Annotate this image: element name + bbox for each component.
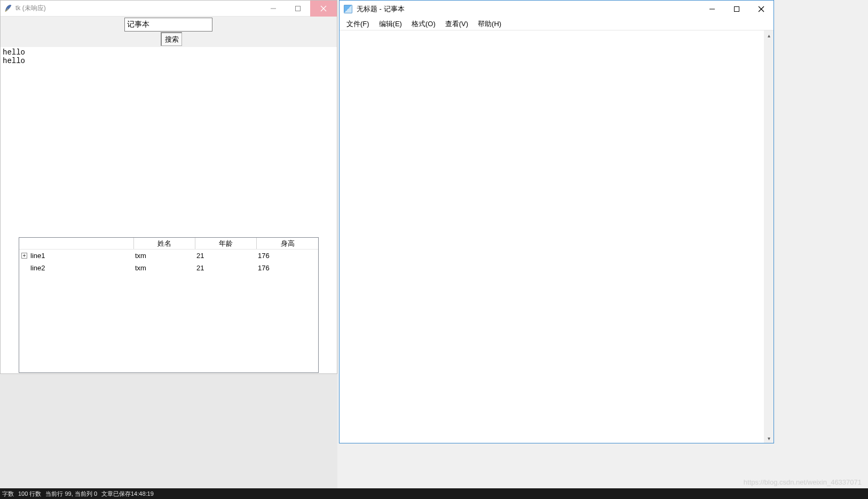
menu-view[interactable]: 查看(V) bbox=[440, 18, 473, 30]
editor-status-bar: 字数 100 行数 当前行 99, 当前列 0 文章已保存14:48:19 bbox=[0, 488, 868, 499]
treeview-header: 姓名 年龄 身高 bbox=[19, 238, 318, 250]
tree-item-label: +line1 bbox=[19, 252, 134, 260]
cell-age: 21 bbox=[195, 252, 257, 260]
treeview-body: +line1txm21176line2txm21176 bbox=[19, 250, 318, 274]
cell-height: 176 bbox=[257, 264, 318, 272]
notepad-window: 无标题 - 记事本 文件(F) 编辑(E) 格式(O) 查看(V) 帮助(H) … bbox=[339, 0, 774, 443]
status-cursor: 当前行 99, 当前列 0 bbox=[45, 490, 97, 498]
menu-help[interactable]: 帮助(H) bbox=[473, 18, 506, 30]
cell-age: 21 bbox=[195, 264, 257, 272]
scroll-up-arrow-icon[interactable]: ▴ bbox=[764, 30, 774, 40]
svg-rect-5 bbox=[735, 7, 739, 12]
menu-edit[interactable]: 编辑(E) bbox=[374, 18, 407, 30]
cell-height: 176 bbox=[257, 252, 318, 260]
cell-name: txm bbox=[134, 252, 195, 260]
scroll-down-arrow-icon[interactable]: ▾ bbox=[764, 433, 774, 443]
menu-file[interactable]: 文件(F) bbox=[342, 18, 374, 30]
treeview[interactable]: 姓名 年龄 身高 +line1txm21176line2txm21176 bbox=[19, 237, 319, 373]
tk-titlebar[interactable]: tk (未响应) bbox=[1, 1, 337, 17]
notepad-textarea[interactable] bbox=[340, 30, 764, 443]
status-saved: 文章已保存14:48:19 bbox=[101, 490, 154, 498]
tree-header-col0[interactable] bbox=[19, 238, 134, 249]
cell-name: txm bbox=[134, 264, 195, 272]
watermark-text: https://blog.csdn.net/weixin_46337071 bbox=[744, 478, 862, 486]
status-linecount: 100 行数 bbox=[18, 490, 41, 498]
maximize-button[interactable] bbox=[286, 1, 310, 17]
notepad-content-wrapper: ▴ ▾ bbox=[340, 30, 774, 443]
vertical-scrollbar[interactable]: ▴ ▾ bbox=[764, 30, 774, 443]
notepad-titlebar[interactable]: 无标题 - 记事本 bbox=[340, 1, 774, 18]
tree-item-label: line2 bbox=[19, 264, 134, 272]
search-input[interactable] bbox=[124, 18, 212, 32]
table-row[interactable]: line2txm21176 bbox=[19, 262, 318, 274]
search-button[interactable]: 搜索 bbox=[161, 32, 182, 46]
table-row[interactable]: +line1txm21176 bbox=[19, 250, 318, 262]
svg-rect-1 bbox=[296, 6, 301, 11]
tree-header-name[interactable]: 姓名 bbox=[134, 238, 195, 249]
tree-header-height[interactable]: 身高 bbox=[257, 238, 318, 249]
notepad-icon bbox=[344, 5, 352, 13]
notepad-menubar: 文件(F) 编辑(E) 格式(O) 查看(V) 帮助(H) bbox=[340, 18, 774, 30]
minimize-button[interactable] bbox=[261, 1, 286, 17]
tk-window: tk (未响应) 搜索 hello hello 姓名 年龄 身高 +line1t… bbox=[0, 0, 337, 374]
tk-feather-icon bbox=[4, 4, 12, 13]
maximize-button[interactable] bbox=[724, 1, 749, 18]
text-output-area[interactable]: hello hello bbox=[1, 47, 337, 236]
notepad-title-text: 无标题 - 记事本 bbox=[357, 4, 700, 14]
minimize-button[interactable] bbox=[700, 1, 724, 18]
close-button[interactable] bbox=[310, 1, 337, 17]
expand-icon[interactable]: + bbox=[21, 253, 27, 259]
desktop-background bbox=[0, 374, 337, 488]
tree-header-age[interactable]: 年龄 bbox=[195, 238, 257, 249]
tk-toolbar: 搜索 bbox=[1, 17, 337, 47]
status-wordcount: 字数 bbox=[2, 490, 14, 498]
close-button[interactable] bbox=[749, 1, 774, 18]
menu-format[interactable]: 格式(O) bbox=[407, 18, 440, 30]
tk-title-text: tk (未响应) bbox=[15, 4, 261, 13]
